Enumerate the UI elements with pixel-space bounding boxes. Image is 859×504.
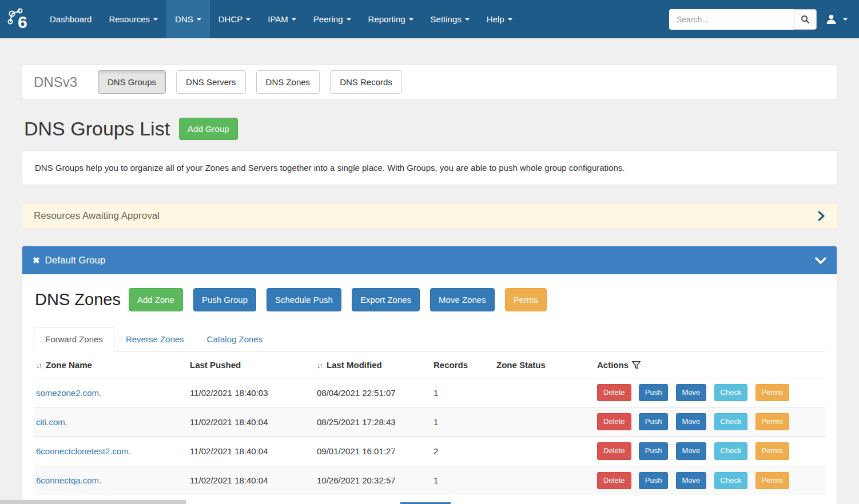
nav-item-label: Resources [109, 14, 150, 24]
last-pushed-cell: 11/02/2021 18:40:04 [185, 437, 312, 466]
subnav-title: DNSv3 [34, 74, 77, 90]
zone-name-cell: somezone2.com. [34, 378, 185, 407]
column-header-last-pushed[interactable]: Last Pushed [185, 351, 312, 378]
export-zones-button[interactable]: Export Zones [352, 288, 420, 311]
push-button[interactable]: Push [639, 472, 669, 489]
table-row: citi.com. 11/02/2021 18:40:04 08/25/2021… [34, 407, 825, 437]
chevron-down-icon [153, 18, 158, 21]
push-button[interactable]: Push [639, 442, 669, 459]
zone-status-cell [492, 378, 592, 407]
check-button[interactable]: Check [714, 413, 748, 430]
sort-icon: ↓↑ [36, 361, 41, 370]
add-group-button[interactable]: Add Group [179, 118, 238, 140]
horizontal-scrollbar-thumb[interactable] [0, 500, 186, 504]
subnav-button-dns-zones[interactable]: DNS Zones [256, 70, 320, 94]
nav-item-peering[interactable]: Peering [305, 0, 360, 38]
nav-item-reporting[interactable]: Reporting [360, 0, 422, 38]
column-header-zone-status: Zone Status [492, 351, 592, 378]
tab-reverse-zones[interactable]: Reverse Zones [114, 327, 196, 351]
check-button[interactable]: Check [714, 442, 748, 459]
records-cell: 1 [429, 466, 492, 495]
search-input[interactable] [669, 9, 794, 30]
column-header-last-modified[interactable]: ↓↑Last Modified [312, 351, 429, 378]
push-button[interactable]: Push [639, 384, 669, 401]
nav-item-label: Settings [431, 14, 462, 24]
push-group-button[interactable]: Push Group [193, 288, 256, 311]
group-title: Default Group [45, 255, 106, 266]
chevron-down-icon [292, 18, 296, 21]
page-heading: DNS Groups List Add Group [24, 118, 835, 140]
tab-forward-zones[interactable]: Forward Zones [34, 327, 114, 351]
nav-item-ipam[interactable]: IPAM [259, 0, 305, 38]
move-button[interactable]: Move [676, 413, 707, 430]
move-button[interactable]: Move [676, 384, 707, 401]
nav-item-label: Reporting [368, 14, 405, 24]
last-modified-cell: 08/25/2021 17:28:43 [312, 407, 429, 437]
actions-cell: Delete Push Move Check Perms [592, 407, 825, 437]
zone-name-cell: 6connectqa.com. [34, 466, 185, 495]
move-button[interactable]: Move [676, 442, 707, 459]
perms-button[interactable]: Perms [755, 384, 790, 401]
tab-catalog-zones[interactable]: Catalog Zones [196, 327, 275, 351]
resources-awaiting-approval-bar[interactable]: Resources Awaiting Approval [22, 203, 837, 229]
nav-item-help[interactable]: Help [478, 0, 521, 38]
zone-name-link[interactable]: 6connectqa.com. [36, 475, 101, 485]
filter-icon[interactable] [632, 361, 641, 369]
nav-item-settings[interactable]: Settings [422, 0, 478, 38]
records-cell: 1 [429, 407, 492, 437]
nav-item-label: Peering [313, 14, 343, 24]
nav-item-resources[interactable]: Resources [100, 0, 166, 38]
chevron-down-icon [465, 18, 470, 21]
delete-button[interactable]: Delete [597, 413, 631, 430]
zone-name-link[interactable]: somezone2.com. [36, 388, 101, 398]
app-logo[interactable]: 6 [0, 0, 41, 38]
user-menu[interactable] [824, 10, 850, 28]
add-zone-button[interactable]: Add Zone [129, 288, 183, 311]
group-panel-body: DNS Zones Add Zone Push Group Schedule P… [22, 274, 837, 504]
subnav-button-dns-servers[interactable]: DNS Servers [176, 70, 246, 94]
perms-button[interactable]: Perms [755, 442, 790, 459]
approval-bar-label: Resources Awaiting Approval [34, 210, 160, 222]
chevron-down-icon[interactable] [815, 257, 826, 265]
last-modified-cell: 09/01/2021 16:01:27 [312, 437, 429, 466]
move-zones-button[interactable]: Move Zones [430, 288, 495, 311]
subnav-button-dns-groups[interactable]: DNS Groups [98, 70, 166, 94]
nav-item-label: DHCP [218, 14, 243, 24]
search-icon [801, 15, 810, 24]
delete-button[interactable]: Delete [597, 384, 631, 401]
delete-button[interactable]: Delete [597, 472, 631, 489]
actions-cell: Delete Push Move Check Perms [592, 378, 825, 407]
column-header-zone-name[interactable]: ↓↑Zone Name [34, 351, 185, 378]
search-button[interactable] [794, 9, 817, 30]
zones-title: DNS Zones [35, 290, 121, 309]
zone-name-link[interactable]: 6connectclonetest2.com. [36, 446, 131, 456]
move-button[interactable]: Move [676, 472, 707, 489]
last-modified-cell: 10/26/2021 20:32:57 [312, 466, 429, 495]
chevron-down-icon [843, 18, 848, 21]
zone-name-link[interactable]: citi.com. [36, 417, 67, 427]
perms-group-button[interactable]: Perms [505, 288, 547, 311]
chevron-down-icon [508, 18, 512, 21]
group-panel-header[interactable]: ✖ Default Group [22, 246, 837, 274]
nav-item-dns[interactable]: DNS [166, 0, 210, 38]
perms-button[interactable]: Perms [755, 413, 790, 430]
delete-button[interactable]: Delete [597, 442, 631, 459]
push-button[interactable]: Push [639, 413, 669, 430]
last-pushed-cell: 11/02/2021 18:40:04 [185, 407, 312, 437]
table-header-row: ↓↑Zone Name Last Pushed ↓↑Last Modified … [34, 351, 825, 378]
nav-item-dashboard[interactable]: Dashboard [41, 0, 100, 38]
main-content: DNSv3 DNS Groups DNS Servers DNS Zones D… [22, 65, 837, 504]
column-label: Zone Name [46, 360, 92, 370]
perms-button[interactable]: Perms [755, 472, 790, 489]
svg-text:6: 6 [18, 13, 27, 31]
nav-item-dhcp[interactable]: DHCP [210, 0, 260, 38]
schedule-push-button[interactable]: Schedule Push [267, 288, 341, 311]
zone-status-cell [492, 407, 592, 437]
zones-header: DNS Zones Add Zone Push Group Schedule P… [34, 288, 825, 311]
check-button[interactable]: Check [714, 472, 748, 489]
check-button[interactable]: Check [714, 384, 748, 401]
close-icon[interactable]: ✖ [33, 255, 40, 266]
zone-name-cell: citi.com. [34, 407, 185, 437]
subnav-button-dns-records[interactable]: DNS Records [330, 70, 402, 94]
nav-item-label: DNS [175, 14, 193, 24]
